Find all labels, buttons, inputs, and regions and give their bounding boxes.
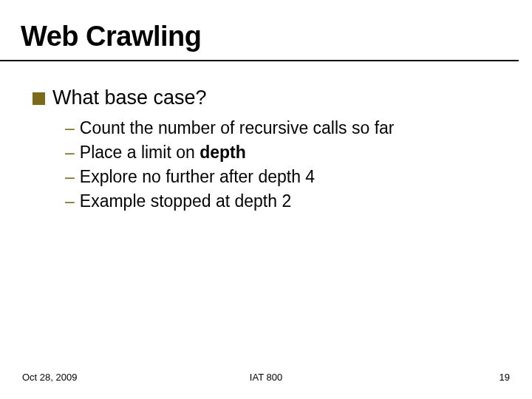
slide-footer: Oct 28, 2009 IAT 800 19 [0, 372, 532, 383]
footer-center: IAT 800 [250, 372, 282, 383]
square-bullet-icon [33, 92, 45, 105]
bullet-level1-text: What base case? [52, 86, 207, 109]
dash-icon: – [65, 166, 75, 188]
slide-title: Web Crawling [0, 0, 519, 61]
bullet-level2-list: – Count the number of recursive calls so… [33, 117, 499, 212]
bullet-level1: What base case? [33, 86, 499, 109]
dash-icon: – [65, 190, 75, 212]
slide-body: What base case? – Count the number of re… [0, 61, 532, 212]
footer-page-number: 19 [499, 372, 510, 383]
bullet-level2-text: Count the number of recursive calls so f… [80, 117, 395, 139]
dash-icon: – [65, 117, 75, 139]
bullet-level2-text: Example stopped at depth 2 [80, 190, 291, 212]
bullet-level2-item: – Example stopped at depth 2 [65, 190, 499, 212]
bullet-level2-text: Place a limit on depth [80, 141, 246, 163]
footer-date: Oct 28, 2009 [22, 372, 77, 383]
dash-icon: – [65, 141, 75, 163]
bullet-level2-item: – Count the number of recursive calls so… [65, 117, 499, 139]
bullet-level2-text: Explore no further after depth 4 [80, 166, 315, 188]
bullet-level2-item: – Place a limit on depth [65, 141, 499, 163]
bullet-level2-item: – Explore no further after depth 4 [65, 166, 499, 188]
